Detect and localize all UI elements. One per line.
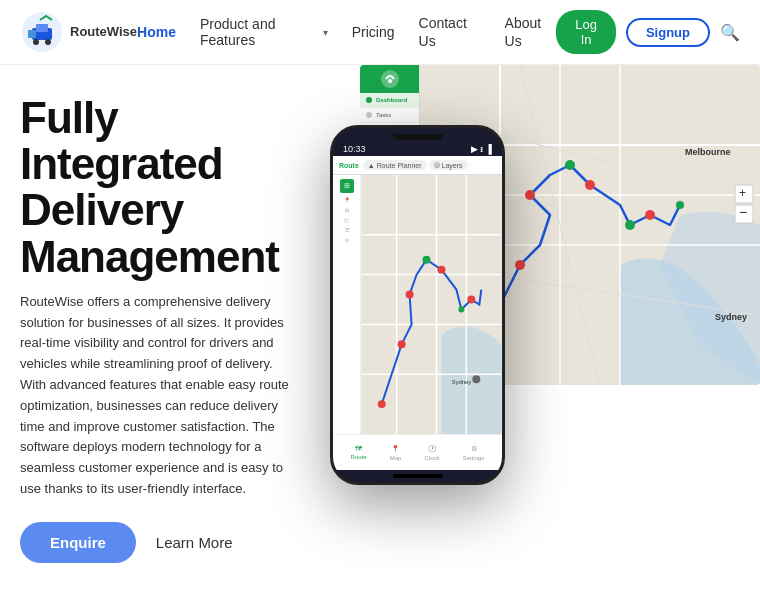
phone-bottom-bar: 🗺 Route 📍 Map 🕐 Clock ⚙ Settings bbox=[333, 434, 502, 470]
svg-point-25 bbox=[676, 201, 684, 209]
svg-text:Sydney: Sydney bbox=[715, 312, 747, 322]
clock-nav-label: Clock bbox=[425, 455, 440, 461]
phone-sidebar-header-icon: ⊞ bbox=[340, 179, 354, 193]
svg-point-4 bbox=[45, 39, 51, 45]
map-nav-label: Map bbox=[390, 455, 402, 461]
svg-text:−: − bbox=[739, 204, 747, 220]
svg-point-21 bbox=[585, 180, 595, 190]
sidebar-dot-icon bbox=[366, 97, 372, 103]
sidebar-dashboard: Dashboard bbox=[360, 93, 419, 108]
hero-title: Fully Integrated Delivery Management bbox=[20, 95, 300, 280]
nav-item-home[interactable]: Home bbox=[137, 23, 176, 41]
svg-point-44 bbox=[467, 296, 475, 304]
hero-buttons: Enquire Learn More bbox=[20, 522, 300, 563]
settings-nav-label: Settings bbox=[463, 455, 485, 461]
svg-point-19 bbox=[515, 260, 525, 270]
nav-links: Home Product and Features ▾ Pricing Cont… bbox=[137, 14, 556, 50]
svg-point-43 bbox=[437, 266, 445, 274]
phone-tabs: ▲ Route Planner ◎ Layers bbox=[363, 160, 468, 170]
phone-mockup: 10:33 ▶ ᵻ ▐ Route ▲ Route Planner ◎ Laye… bbox=[330, 125, 505, 485]
svg-point-47 bbox=[472, 375, 480, 383]
phone-status-bar: 10:33 ▶ ᵻ ▐ bbox=[333, 140, 502, 156]
enquire-button[interactable]: Enquire bbox=[20, 522, 136, 563]
phone-nav-route: 🗺 Route bbox=[351, 445, 367, 460]
route-planner-icon: ▲ bbox=[368, 162, 375, 169]
logo-icon bbox=[20, 10, 64, 54]
phone-map-view: Sydney bbox=[361, 175, 502, 434]
svg-point-7 bbox=[388, 79, 392, 83]
svg-rect-2 bbox=[36, 24, 48, 32]
sidebar-dot-icon bbox=[366, 112, 372, 118]
clock-icon: 🕐 bbox=[428, 445, 437, 453]
map-sidebar-header bbox=[360, 65, 419, 93]
phone-sidebar-item: ⊟ bbox=[345, 207, 349, 213]
route-planner-label: Route Planner bbox=[377, 162, 422, 169]
learn-more-button[interactable]: Learn More bbox=[156, 534, 233, 551]
svg-point-42 bbox=[406, 291, 414, 299]
layers-icon: ◎ bbox=[434, 161, 440, 169]
phone-content: ⊞ 📍 ⊟ ◰ ☰ ⊙ bbox=[333, 175, 502, 434]
phone-tab-route-planner: ▲ Route Planner bbox=[363, 160, 427, 170]
sidebar-tasks: Tasks bbox=[360, 108, 419, 123]
svg-rect-5 bbox=[28, 30, 36, 38]
phone-sidebar-item: ☰ bbox=[345, 227, 349, 233]
nav-item-product[interactable]: Product and Features ▾ bbox=[200, 16, 328, 48]
phone-sidebar-item: 📍 bbox=[344, 197, 350, 203]
navbar: RouteWise Home Product and Features ▾ Pr… bbox=[0, 0, 760, 65]
hero-left: Fully Integrated Delivery Management Rou… bbox=[20, 95, 300, 563]
route-nav-label: Route bbox=[351, 454, 367, 460]
nav-item-pricing[interactable]: Pricing bbox=[352, 23, 395, 41]
brand-name: RouteWise bbox=[70, 24, 137, 40]
settings-icon: ⚙ bbox=[471, 445, 477, 453]
svg-point-20 bbox=[525, 190, 535, 200]
search-icon[interactable]: 🔍 bbox=[720, 23, 740, 42]
nav-link-product[interactable]: Product and Features bbox=[200, 16, 320, 48]
sidebar-label: Tasks bbox=[376, 112, 391, 118]
login-button[interactable]: Log In bbox=[556, 10, 616, 54]
svg-point-46 bbox=[458, 306, 464, 312]
nav-actions: Log In Signup 🔍 bbox=[556, 10, 740, 54]
phone-route-label: Route bbox=[339, 162, 359, 169]
nav-item-contact[interactable]: Contact Us bbox=[419, 14, 481, 50]
phone-sidebar-item: ◰ bbox=[344, 217, 349, 223]
phone-map-svg: Sydney bbox=[361, 175, 502, 434]
svg-text:Sydney: Sydney bbox=[451, 379, 471, 385]
phone-header: Route ▲ Route Planner ◎ Layers bbox=[333, 156, 502, 175]
svg-point-45 bbox=[423, 256, 431, 264]
svg-point-22 bbox=[645, 210, 655, 220]
phone-nav-map: 📍 Map bbox=[390, 445, 402, 461]
phone-sidebar-item: ⊙ bbox=[345, 237, 349, 243]
svg-point-40 bbox=[378, 400, 386, 408]
phone-home-indicator bbox=[393, 474, 443, 478]
phone-nav-clock: 🕐 Clock bbox=[425, 445, 440, 461]
phone-sidebar: ⊞ 📍 ⊟ ◰ ☰ ⊙ bbox=[333, 175, 361, 434]
svg-text:Melbourne: Melbourne bbox=[685, 147, 731, 157]
chevron-down-icon: ▾ bbox=[323, 27, 328, 38]
svg-text:+: + bbox=[739, 186, 746, 200]
svg-point-24 bbox=[625, 220, 635, 230]
route-icon: 🗺 bbox=[355, 445, 362, 452]
hero-description: RouteWise offers a comprehensive deliver… bbox=[20, 292, 300, 500]
nav-item-about[interactable]: About Us bbox=[505, 14, 557, 50]
hero-section: Fully Integrated Delivery Management Rou… bbox=[0, 65, 760, 595]
sidebar-label: Dashboard bbox=[376, 97, 407, 103]
nav-link-about[interactable]: About Us bbox=[505, 15, 542, 49]
signup-button[interactable]: Signup bbox=[626, 18, 710, 47]
routewise-small-logo bbox=[380, 69, 400, 89]
svg-point-3 bbox=[33, 39, 39, 45]
phone-nav-settings: ⚙ Settings bbox=[463, 445, 485, 461]
map-icon: 📍 bbox=[391, 445, 400, 453]
svg-point-23 bbox=[565, 160, 575, 170]
phone-time: 10:33 bbox=[343, 144, 366, 154]
phone-tab-layers: ◎ Layers bbox=[429, 160, 468, 170]
nav-link-contact[interactable]: Contact Us bbox=[419, 15, 467, 49]
hero-images: Dashboard Tasks Jobs Layers Reports bbox=[300, 65, 760, 595]
nav-link-pricing[interactable]: Pricing bbox=[352, 24, 395, 40]
nav-link-home[interactable]: Home bbox=[137, 24, 176, 40]
svg-point-41 bbox=[398, 340, 406, 348]
phone-signal-icons: ▶ ᵻ ▐ bbox=[471, 144, 492, 154]
layers-label: Layers bbox=[442, 162, 463, 169]
logo-area[interactable]: RouteWise bbox=[20, 10, 137, 54]
